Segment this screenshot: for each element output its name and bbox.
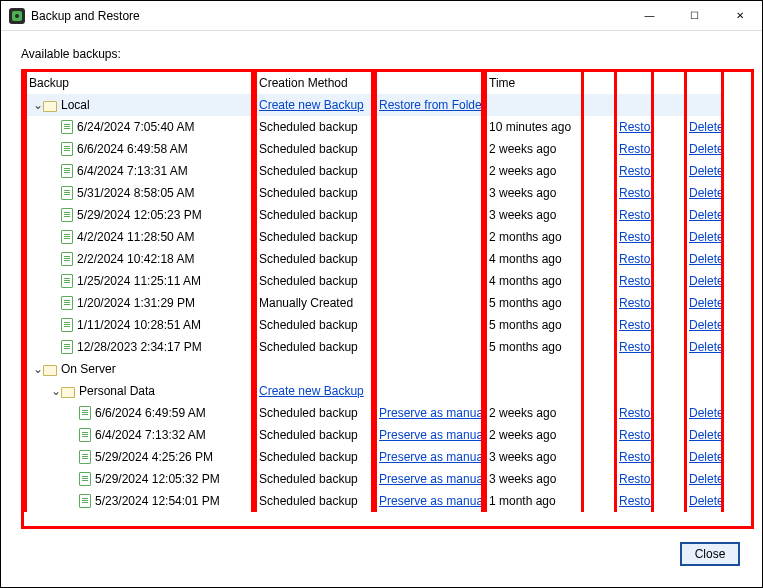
- backup-preserve: Preserve as manual: [374, 490, 484, 512]
- preserve-as-manual-link[interactable]: Preserve as manual: [379, 472, 484, 486]
- delete-link[interactable]: Delete: [689, 318, 724, 332]
- file-icon: [61, 340, 73, 354]
- backup-row[interactable]: 1/25/2024 11:25:11 AM: [24, 270, 254, 292]
- spacer: [654, 204, 684, 226]
- preserve-as-manual-link[interactable]: Preserve as manual: [379, 494, 484, 508]
- delete-link[interactable]: Delete: [689, 296, 724, 310]
- backup-row[interactable]: 5/23/2024 12:54:01 PM: [24, 490, 254, 512]
- preserve-as-manual-link[interactable]: Preserve as manual: [379, 428, 484, 442]
- tree-group[interactable]: ⌄ Local: [24, 94, 254, 116]
- backup-row[interactable]: 5/29/2024 12:05:23 PM: [24, 204, 254, 226]
- restore-link[interactable]: Restore: [619, 252, 654, 266]
- chevron-down-icon[interactable]: ⌄: [51, 384, 61, 398]
- restore-link[interactable]: Restore: [619, 208, 654, 222]
- chevron-down-icon[interactable]: ⌄: [33, 98, 43, 112]
- close-button[interactable]: Close: [680, 542, 740, 566]
- restore-link[interactable]: Restore: [619, 472, 654, 486]
- backup-row[interactable]: 6/24/2024 7:05:40 AM: [24, 116, 254, 138]
- create-new-backup-link[interactable]: Create new Backup: [259, 98, 364, 112]
- backup-row[interactable]: 1/11/2024 10:28:51 AM: [24, 314, 254, 336]
- spacer: [584, 446, 614, 468]
- minimize-button[interactable]: —: [627, 1, 672, 30]
- backup-delete: Delete: [684, 226, 724, 248]
- restore-link[interactable]: Restore: [619, 296, 654, 310]
- group-preserve: [374, 380, 484, 402]
- delete-link[interactable]: Delete: [689, 208, 724, 222]
- restore-link[interactable]: Restore: [619, 340, 654, 354]
- delete-link[interactable]: Delete: [689, 274, 724, 288]
- delete-link[interactable]: Delete: [689, 406, 724, 420]
- restore-link[interactable]: Restore: [619, 120, 654, 134]
- restore-from-folder-link[interactable]: Restore from Folder: [379, 98, 484, 112]
- backup-row[interactable]: 6/6/2024 6:49:59 AM: [24, 402, 254, 424]
- backup-row[interactable]: 6/6/2024 6:49:58 AM: [24, 138, 254, 160]
- restore-link[interactable]: Restore: [619, 450, 654, 464]
- chevron-down-icon[interactable]: ⌄: [33, 362, 43, 376]
- col-preserve[interactable]: [374, 72, 484, 94]
- file-icon: [79, 428, 91, 442]
- col-time[interactable]: Time: [484, 72, 584, 94]
- delete-link[interactable]: Delete: [689, 186, 724, 200]
- backup-row[interactable]: 6/4/2024 7:13:32 AM: [24, 424, 254, 446]
- scroll: [724, 204, 736, 226]
- backup-row[interactable]: 5/29/2024 12:05:32 PM: [24, 468, 254, 490]
- backup-time: 3 weeks ago: [484, 182, 584, 204]
- close-window-button[interactable]: ✕: [717, 1, 762, 30]
- delete-link[interactable]: Delete: [689, 142, 724, 156]
- delete-link[interactable]: Delete: [689, 164, 724, 178]
- file-icon: [61, 274, 73, 288]
- backup-restore: Restore: [614, 204, 654, 226]
- backup-row[interactable]: 1/20/2024 1:31:29 PM: [24, 292, 254, 314]
- backup-preserve: Preserve as manual: [374, 468, 484, 490]
- restore-link[interactable]: Restore: [619, 494, 654, 508]
- col-creation[interactable]: Creation Method: [254, 72, 374, 94]
- backup-time: 5 months ago: [484, 314, 584, 336]
- backup-row[interactable]: 5/31/2024 8:58:05 AM: [24, 182, 254, 204]
- maximize-button[interactable]: ☐: [672, 1, 717, 30]
- tree-group[interactable]: ⌄ Personal Data: [24, 380, 254, 402]
- delete-link[interactable]: Delete: [689, 472, 724, 486]
- backup-time: 4 months ago: [484, 270, 584, 292]
- backup-row[interactable]: 5/29/2024 4:25:26 PM: [24, 446, 254, 468]
- file-icon: [61, 208, 73, 222]
- restore-link[interactable]: Restore: [619, 318, 654, 332]
- backup-row[interactable]: 12/28/2023 2:34:17 PM: [24, 336, 254, 358]
- spacer: [654, 446, 684, 468]
- backup-preserve: Preserve as manual: [374, 424, 484, 446]
- col-backup[interactable]: Backup: [24, 72, 254, 94]
- spacer: [584, 380, 614, 402]
- tree-group[interactable]: ⌄ On Server: [24, 358, 254, 380]
- restore-link[interactable]: Restore: [619, 428, 654, 442]
- spacer: [584, 292, 614, 314]
- backup-row[interactable]: 2/2/2024 10:42:18 AM: [24, 248, 254, 270]
- restore-link[interactable]: Restore: [619, 274, 654, 288]
- col-spacer2: [654, 72, 684, 94]
- delete-link[interactable]: Delete: [689, 230, 724, 244]
- delete-link[interactable]: Delete: [689, 450, 724, 464]
- col-restore[interactable]: [614, 72, 654, 94]
- backup-row[interactable]: 6/4/2024 7:13:31 AM: [24, 160, 254, 182]
- scroll: [724, 116, 736, 138]
- restore-link[interactable]: Restore: [619, 186, 654, 200]
- backup-time: 3 weeks ago: [484, 204, 584, 226]
- preserve-as-manual-link[interactable]: Preserve as manual: [379, 450, 484, 464]
- delete-link[interactable]: Delete: [689, 494, 724, 508]
- delete-link[interactable]: Delete: [689, 428, 724, 442]
- preserve-as-manual-link[interactable]: Preserve as manual: [379, 406, 484, 420]
- restore-link[interactable]: Restore: [619, 142, 654, 156]
- delete-link[interactable]: Delete: [689, 120, 724, 134]
- restore-link[interactable]: Restore: [619, 406, 654, 420]
- restore-link[interactable]: Restore: [619, 164, 654, 178]
- scroll: [724, 292, 736, 314]
- spacer: [654, 314, 684, 336]
- col-delete[interactable]: [684, 72, 724, 94]
- backup-date: 5/23/2024 12:54:01 PM: [95, 494, 220, 508]
- folder-icon: [43, 365, 57, 376]
- delete-link[interactable]: Delete: [689, 252, 724, 266]
- create-new-backup-link[interactable]: Create new Backup: [259, 384, 364, 398]
- restore-link[interactable]: Restore: [619, 230, 654, 244]
- delete-link[interactable]: Delete: [689, 340, 724, 354]
- backup-method: Scheduled backup: [254, 270, 374, 292]
- backup-row[interactable]: 4/2/2024 11:28:50 AM: [24, 226, 254, 248]
- backup-restore: Restore: [614, 402, 654, 424]
